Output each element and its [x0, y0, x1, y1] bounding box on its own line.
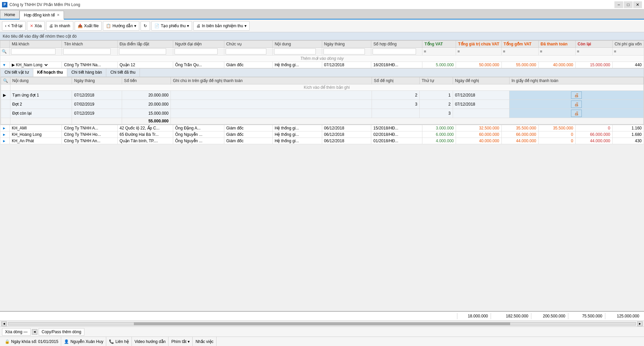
cell-da-thanh: 35.500.000 [538, 125, 575, 131]
cell-ma-khach[interactable]: KH_Hoàng Long [9, 131, 62, 138]
main-table: Mã khách Tên khách Địa điểm lắp đặt Ngườ… [0, 40, 644, 144]
table-row[interactable]: ► KH_Hoàng Long Công Ty TNHH Ho... 65 Đư… [0, 131, 644, 138]
filter-ma-khach-input[interactable] [11, 48, 55, 54]
detail-click-label[interactable]: Kích vào để thêm bản ghi [10, 84, 643, 91]
status-video[interactable]: Video hướng dẫn [132, 337, 169, 346]
print-button-1[interactable]: 🖨 [571, 91, 582, 99]
scroll-left-button[interactable]: ◄ [1, 321, 7, 326]
cell-ma-khach[interactable]: ▶ KH_Nam Long ▾ [9, 62, 62, 68]
filter-ma-khach[interactable] [9, 48, 62, 55]
tab-hop-dong[interactable]: Hợp đồng kinh tế ✕ [20, 11, 64, 20]
cell-tong-vat: 3.000.000 [422, 125, 456, 131]
detail-in-giay[interactable]: 🖨 [509, 109, 643, 118]
filter-tong-vat: = [422, 48, 456, 55]
cell-so-hop-dong: 16/2018/HĐ... [371, 62, 422, 68]
table-row[interactable]: ▼ ▶ KH_Nam Long ▾ Công Ty TNHH Na... Quậ… [0, 62, 644, 68]
xoa-dong-button[interactable]: Xóa dòng — [2, 328, 31, 336]
detail-data-row[interactable]: Đợt 2 07/02/2019 20.000.000 3 2 07/12/20… [1, 100, 643, 109]
col-da-thanh: Đã thanh toán [538, 41, 575, 48]
detail-data-row[interactable]: Đợt còn lại 07/12/2019 15.000.000 3 [1, 109, 643, 118]
scroll-track[interactable] [8, 322, 636, 325]
tab-hop-dong-close[interactable]: ✕ [57, 13, 60, 17]
tab-home[interactable]: Home [0, 10, 20, 19]
filter-nguoi-dai-dien[interactable] [173, 48, 224, 55]
filter-so-hop-dong[interactable] [371, 48, 422, 55]
status-phim-tat[interactable]: Phím tắt ▾ [168, 337, 193, 346]
status-bar: 🔒 Ngày khóa số: 01/01/2015 👤 Nguyễn Xuân… [0, 337, 644, 346]
table-row[interactable]: ► KH_An Phát Công Ty TNHH An... Quận Tân… [0, 138, 644, 144]
detail-col-indicator: 🔍 [1, 77, 10, 84]
close-button[interactable]: ✕ [633, 1, 642, 8]
cell-ma-khach[interactable]: KH_AMI [9, 125, 62, 131]
in-nhanh-button[interactable]: 🖨 In nhanh [46, 21, 73, 31]
status-lien-he[interactable]: 📞 Liên hệ [106, 337, 132, 346]
cell-ma-khach[interactable]: KH_An Phát [9, 138, 62, 144]
cell-tong-gia-tri: 32.500.000 [456, 125, 501, 131]
expand-icon[interactable]: ► [2, 126, 6, 130]
table-row[interactable]: ► KH_AMI Công Ty TNHH A... 42 Quốc lộ 22… [0, 125, 644, 131]
tro-lai-button[interactable]: ‹ < Trở lại [2, 21, 26, 31]
filter-dia-diem-input[interactable] [119, 48, 166, 54]
huong-dan-button[interactable]: 📋 Hướng dẫn ▾ [103, 21, 139, 31]
detail-in-giay[interactable]: 🖨 [509, 100, 643, 109]
print-button-2[interactable]: 🖨 [571, 101, 582, 108]
cell-chi-phi: 430 [612, 138, 644, 144]
copy-pass-button[interactable]: Copy/Pass thêm dòng [39, 328, 84, 336]
lock-icon: 🔒 [5, 339, 10, 344]
expand-icon[interactable]: ► [2, 132, 6, 137]
filter-chuc-vu-input[interactable] [226, 48, 267, 54]
filter-nguoi-dai-dien-input[interactable] [175, 48, 218, 54]
detail-col-ghi-chu: Ghi chú in trên giấy đề nghị thanh toán [171, 77, 372, 84]
add-new-label[interactable]: Thêm mới vào dòng này [0, 55, 644, 62]
filter-tong-gom: = [501, 48, 538, 55]
cell-ngay-thang: 06/12/2018 [322, 131, 371, 138]
expand-cell[interactable]: ► [0, 138, 10, 144]
print-button-3[interactable]: 🖨 [571, 110, 582, 117]
expand-cell[interactable]: ▼ [0, 62, 10, 68]
tao-phieu-thu-button[interactable]: 📄 Tạo phiếu thu ▾ [151, 21, 192, 31]
detail-indicator [1, 100, 10, 109]
detail-tab-hang-ban[interactable]: Chi tiết hàng bán [67, 69, 106, 77]
filter-noi-dung-input[interactable] [274, 48, 316, 54]
detail-in-giay[interactable]: 🖨 [509, 91, 643, 100]
scroll-thumb[interactable] [134, 322, 510, 325]
detail-so-de-nghi: 3 [372, 100, 419, 109]
filter-ngay-thang[interactable] [322, 48, 371, 55]
detail-thu-tu: 3 [419, 109, 453, 118]
expand-icon[interactable]: ▼ [2, 63, 6, 67]
refresh-button[interactable]: ↻ [141, 21, 150, 31]
filter-ten-khach-input[interactable] [63, 48, 111, 54]
expand-icon[interactable]: ► [2, 139, 6, 143]
filter-so-hop-dong-input[interactable] [373, 48, 416, 54]
main-content: Mã khách Tên khách Địa điểm lắp đặt Ngườ… [0, 40, 644, 337]
scroll-left-small-button[interactable]: ◄ [32, 329, 37, 335]
filter-dia-diem[interactable] [117, 48, 173, 55]
scroll-area[interactable]: ◄ ► [0, 320, 644, 326]
cell-so-hop-dong: 15/2018/HĐ... [371, 125, 422, 131]
filter-chuc-vu[interactable] [224, 48, 272, 55]
filter-noi-dung[interactable] [272, 48, 322, 55]
total-da-thanh: 75.500.000 [568, 313, 605, 319]
xuat-file-button[interactable]: 📤 Xuất file [75, 21, 102, 31]
table-header-row: Mã khách Tên khách Địa điểm lắp đặt Ngườ… [0, 41, 644, 48]
detail-tab-ke-hoach[interactable]: Kế hoạch thu [33, 69, 68, 77]
detail-tab-vat-tu[interactable]: Chi tiết vật tư [1, 69, 33, 77]
expand-cell[interactable]: ► [0, 131, 10, 138]
detail-click-row[interactable]: Kích vào để thêm bản ghi [1, 84, 643, 91]
detail-data-row[interactable]: ▶ Tạm ứng đợt 1 07/12/2018 20.000.000 2 … [1, 91, 643, 100]
restore-button[interactable]: □ [624, 1, 633, 8]
col-ten-khach: Tên khách [62, 41, 117, 48]
filter-ngay-thang-input[interactable] [324, 48, 365, 54]
row-dropdown[interactable]: ▾ [43, 63, 49, 67]
detail-tab-da-thu[interactable]: Chi tiết đã thu [106, 69, 140, 77]
expand-cell[interactable]: ► [0, 125, 10, 131]
totals-bar: 18.000.000 182.500.000 200.500.000 75.50… [0, 311, 644, 320]
cell-ngay-thang: 06/12/2018 [322, 138, 371, 144]
scroll-right-button[interactable]: ► [637, 321, 643, 326]
xoa-button[interactable]: ✕ Xóa [27, 21, 45, 31]
minimize-button[interactable]: – [614, 1, 623, 8]
status-nhac-viec[interactable]: Nhắc việc [193, 337, 216, 346]
in-bien-ban-button[interactable]: 🖨 In biên bản nghiệm thu ▾ [193, 21, 250, 31]
filter-ten-khach[interactable] [62, 48, 117, 55]
toolbar: ‹ < Trở lại ✕ Xóa 🖨 In nhanh 📤 Xuất file… [0, 20, 644, 32]
